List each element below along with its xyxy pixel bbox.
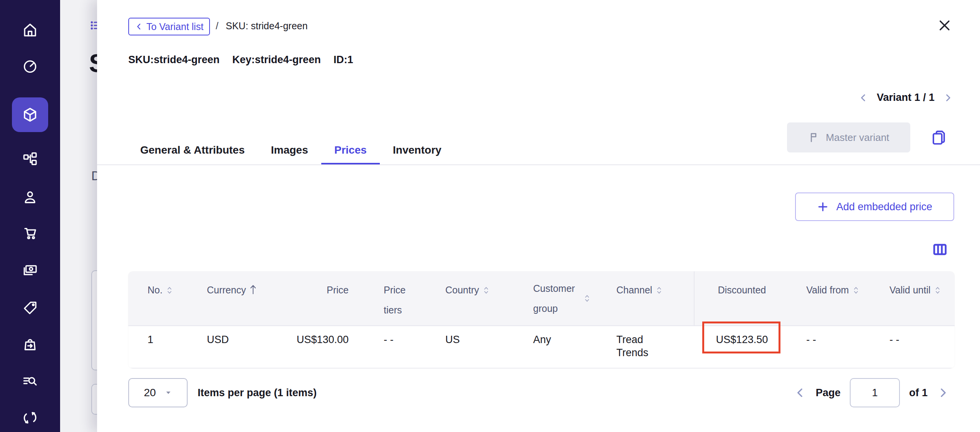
cell-valid-from: - - bbox=[795, 326, 876, 368]
sort-ascending-icon bbox=[250, 284, 257, 295]
hierarchy-icon bbox=[22, 151, 38, 167]
cube-icon bbox=[22, 106, 39, 123]
column-header-price-tiers: Price tiers bbox=[371, 271, 435, 325]
previous-variant-button[interactable] bbox=[858, 93, 868, 103]
sidebar-item-dashboard[interactable] bbox=[0, 53, 60, 79]
variant-key: Key:stride4-green bbox=[232, 54, 321, 66]
chevron-left-icon bbox=[794, 387, 806, 399]
chevron-right-icon bbox=[937, 387, 949, 399]
sidebar-item-customers[interactable] bbox=[0, 184, 60, 210]
chevron-right-icon bbox=[943, 93, 953, 103]
next-variant-button[interactable] bbox=[943, 93, 953, 103]
cell-price-tiers: - - bbox=[371, 326, 435, 368]
sidebar-item-orders[interactable] bbox=[0, 220, 60, 246]
cell-channel: Tread Trends bbox=[606, 326, 695, 368]
app-root: S D To Variant list / SKU: stride4-green… bbox=[0, 0, 980, 432]
sidebar-item-discounts[interactable] bbox=[0, 295, 60, 321]
chevron-left-icon bbox=[135, 22, 143, 31]
sort-icon bbox=[483, 285, 489, 295]
add-embedded-price-label: Add embedded price bbox=[836, 201, 932, 213]
column-header-no[interactable]: No. bbox=[128, 271, 186, 325]
banknote-icon bbox=[22, 261, 38, 278]
sidebar-item-payments[interactable] bbox=[0, 256, 60, 283]
sidebar-item-operations[interactable] bbox=[0, 405, 60, 431]
sort-icon bbox=[584, 293, 590, 303]
sidebar-item-home[interactable] bbox=[0, 17, 60, 43]
column-header-price: Price bbox=[275, 271, 371, 325]
sidebar bbox=[0, 0, 60, 432]
flag-icon bbox=[808, 132, 820, 143]
column-header-valid-from[interactable]: Valid from bbox=[795, 271, 876, 325]
close-button[interactable] bbox=[935, 16, 954, 35]
sidebar-item-categories[interactable] bbox=[0, 146, 60, 172]
home-icon bbox=[22, 22, 38, 38]
sidebar-item-audit-log[interactable] bbox=[0, 368, 60, 394]
columns-icon bbox=[932, 241, 948, 258]
copy-icon bbox=[931, 129, 947, 146]
variant-pager: Variant 1 / 1 bbox=[858, 92, 953, 104]
caret-down-icon bbox=[164, 389, 172, 397]
table-header-row: No. Currency Price Price tiers Country bbox=[128, 271, 955, 326]
background-page: S D bbox=[60, 0, 99, 432]
items-per-page-label: Items per page (1 items) bbox=[198, 387, 317, 399]
search-list-icon bbox=[22, 373, 38, 389]
tab-prices[interactable]: Prices bbox=[321, 137, 380, 165]
column-header-discounted: Discounted bbox=[695, 271, 795, 325]
bag-arrow-icon bbox=[22, 336, 38, 352]
cell-no: 1 bbox=[128, 326, 186, 368]
variant-pager-label: Variant 1 / 1 bbox=[877, 92, 935, 104]
variant-detail-panel: To Variant list / SKU: stride4-green SKU… bbox=[97, 0, 980, 432]
column-header-valid-until[interactable]: Valid until bbox=[876, 271, 955, 325]
column-header-currency[interactable]: Currency bbox=[186, 271, 275, 325]
variant-meta: SKU:stride4-green Key:stride4-green ID:1 bbox=[128, 54, 353, 66]
items-per-page: 20 Items per page (1 items) bbox=[128, 378, 317, 407]
column-header-channel[interactable]: Channel bbox=[606, 271, 695, 325]
master-variant-button[interactable]: Master variant bbox=[787, 122, 910, 152]
column-manager-button[interactable] bbox=[930, 239, 950, 260]
add-embedded-price-button[interactable]: Add embedded price bbox=[795, 193, 954, 221]
cell-customer-group: Any bbox=[523, 326, 606, 368]
tab-images[interactable]: Images bbox=[258, 137, 321, 165]
close-icon bbox=[937, 18, 952, 33]
prices-table: No. Currency Price Price tiers Country bbox=[128, 271, 955, 368]
tab-divider bbox=[97, 164, 980, 165]
sidebar-item-checkout[interactable] bbox=[0, 331, 60, 357]
variant-id: ID:1 bbox=[334, 54, 353, 66]
sort-icon bbox=[935, 285, 941, 295]
page-navigation: Page of 1 bbox=[794, 378, 949, 407]
next-page-button[interactable] bbox=[937, 387, 949, 399]
previous-page-button[interactable] bbox=[794, 387, 806, 399]
tab-inventory[interactable]: Inventory bbox=[380, 137, 455, 165]
cell-currency: USD bbox=[186, 326, 275, 368]
column-header-customer-group[interactable]: Customer group bbox=[523, 271, 606, 325]
cell-country: US bbox=[435, 326, 523, 368]
sort-icon bbox=[656, 285, 662, 295]
cell-valid-until: - - bbox=[876, 326, 955, 368]
per-page-value: 20 bbox=[144, 387, 156, 399]
table-row[interactable]: 1 USD US$130.00 - - US Any Tread Trends … bbox=[128, 326, 955, 368]
chevron-left-icon bbox=[858, 93, 868, 103]
page-number-input[interactable] bbox=[850, 378, 900, 407]
page-label: Page bbox=[816, 387, 841, 399]
breadcrumb-separator: / bbox=[216, 20, 218, 32]
tab-bar: General & Attributes Images Prices Inven… bbox=[127, 137, 455, 165]
duplicate-variant-button[interactable] bbox=[929, 128, 948, 147]
column-header-country[interactable]: Country bbox=[435, 271, 523, 325]
tab-general-attributes[interactable]: General & Attributes bbox=[127, 137, 258, 165]
sort-icon bbox=[853, 285, 859, 295]
person-icon bbox=[22, 189, 38, 205]
back-to-variant-list-button[interactable]: To Variant list bbox=[128, 18, 210, 35]
gauge-icon bbox=[22, 58, 38, 74]
sort-icon bbox=[166, 285, 173, 295]
tag-icon bbox=[22, 300, 38, 316]
back-button-label: To Variant list bbox=[146, 21, 203, 32]
cell-discounted: US$123.50 bbox=[695, 326, 795, 368]
breadcrumb-current: SKU: stride4-green bbox=[226, 20, 308, 32]
refresh-icon bbox=[22, 410, 38, 426]
cart-icon bbox=[22, 225, 38, 241]
per-page-select[interactable]: 20 bbox=[128, 378, 188, 407]
master-variant-label: Master variant bbox=[826, 132, 889, 144]
plus-icon bbox=[817, 201, 829, 213]
variant-sku: SKU:stride4-green bbox=[128, 54, 220, 66]
sidebar-item-products[interactable] bbox=[12, 97, 48, 132]
